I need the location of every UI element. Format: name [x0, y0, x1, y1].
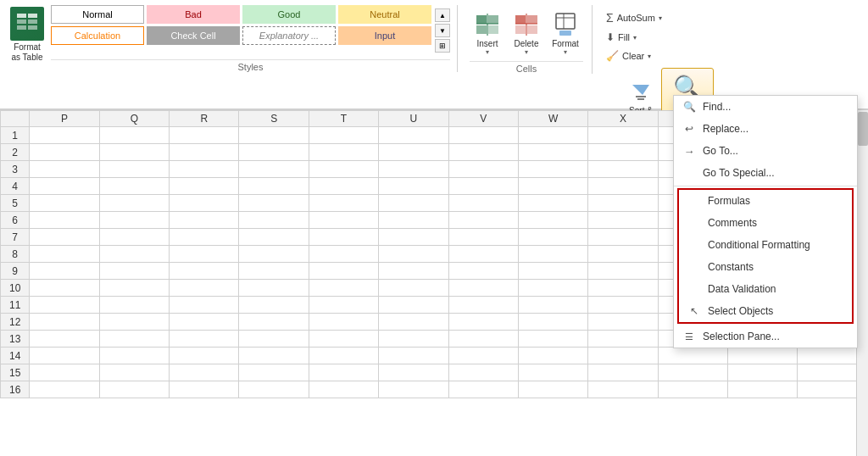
- delete-button[interactable]: Delete ▾: [509, 8, 544, 58]
- table-row[interactable]: [518, 212, 587, 229]
- table-row[interactable]: [448, 314, 518, 331]
- table-row[interactable]: [448, 381, 518, 398]
- table-row[interactable]: [239, 195, 309, 212]
- table-row[interactable]: [99, 314, 169, 331]
- table-row[interactable]: [658, 348, 727, 364]
- style-good[interactable]: Good: [242, 5, 336, 24]
- table-row[interactable]: [379, 212, 448, 229]
- table-row[interactable]: [239, 178, 309, 195]
- style-check-cell[interactable]: Check Cell: [147, 26, 240, 45]
- row-header-12[interactable]: 12: [1, 314, 30, 331]
- row-header-1[interactable]: 1: [1, 127, 30, 144]
- table-row[interactable]: [30, 331, 99, 348]
- table-row[interactable]: [518, 263, 587, 280]
- table-row[interactable]: [30, 144, 99, 161]
- table-row[interactable]: [30, 348, 99, 364]
- format-button[interactable]: Format ▾: [548, 8, 583, 58]
- table-row[interactable]: [379, 161, 448, 178]
- table-row[interactable]: [518, 178, 587, 195]
- table-row[interactable]: [99, 195, 169, 212]
- table-row[interactable]: [379, 364, 448, 381]
- table-row[interactable]: [239, 280, 309, 297]
- table-row[interactable]: [239, 212, 309, 229]
- table-row[interactable]: [518, 364, 587, 381]
- table-row[interactable]: [99, 364, 169, 381]
- table-row[interactable]: [658, 364, 727, 381]
- scroll-thumb[interactable]: [858, 112, 868, 146]
- table-row[interactable]: [30, 178, 99, 195]
- menu-item-select-objects[interactable]: ↖ Select Objects: [679, 300, 852, 322]
- table-row[interactable]: [379, 331, 448, 348]
- row-header-7[interactable]: 7: [1, 229, 30, 246]
- menu-item-replace[interactable]: ↩ Replace...: [674, 118, 857, 140]
- table-row[interactable]: [588, 381, 658, 398]
- table-row[interactable]: [448, 246, 518, 263]
- scroll-down-button[interactable]: ▼: [435, 24, 450, 37]
- table-row[interactable]: [170, 331, 239, 348]
- table-row[interactable]: [99, 144, 169, 161]
- table-row[interactable]: [239, 364, 309, 381]
- row-header-9[interactable]: 9: [1, 263, 30, 280]
- row-header-15[interactable]: 15: [1, 364, 30, 381]
- table-row[interactable]: [309, 297, 378, 314]
- style-input[interactable]: Input: [338, 26, 431, 45]
- autosum-button[interactable]: Σ AutoSum ▾: [601, 8, 694, 27]
- row-header-8[interactable]: 8: [1, 246, 30, 263]
- table-row[interactable]: [379, 229, 448, 246]
- row-header-11[interactable]: 11: [1, 297, 30, 314]
- table-row[interactable]: [658, 381, 727, 398]
- row-header-14[interactable]: 14: [1, 348, 30, 364]
- table-row[interactable]: [30, 212, 99, 229]
- table-row[interactable]: [30, 314, 99, 331]
- table-row[interactable]: [728, 381, 798, 398]
- table-row[interactable]: [239, 144, 309, 161]
- table-row[interactable]: [309, 331, 378, 348]
- table-row[interactable]: [309, 314, 378, 331]
- table-row[interactable]: [170, 212, 239, 229]
- table-row[interactable]: [30, 195, 99, 212]
- style-neutral[interactable]: Neutral: [338, 5, 431, 24]
- table-row[interactable]: [170, 195, 239, 212]
- table-row[interactable]: [99, 161, 169, 178]
- table-row[interactable]: [170, 280, 239, 297]
- table-row[interactable]: [518, 195, 587, 212]
- table-row[interactable]: [588, 297, 658, 314]
- menu-item-goto[interactable]: → Go To...: [674, 140, 857, 162]
- col-header-t[interactable]: T: [309, 111, 378, 127]
- table-row[interactable]: [518, 314, 587, 331]
- table-row[interactable]: [309, 246, 378, 263]
- table-row[interactable]: [448, 212, 518, 229]
- format-as-table-button[interactable]: Format as Table: [7, 5, 47, 64]
- col-header-u[interactable]: U: [379, 111, 448, 127]
- row-header-10[interactable]: 10: [1, 280, 30, 297]
- col-header-v[interactable]: V: [448, 111, 518, 127]
- table-row[interactable]: [309, 348, 378, 364]
- row-header-2[interactable]: 2: [1, 144, 30, 161]
- table-row[interactable]: [518, 381, 587, 398]
- col-header-p[interactable]: P: [30, 111, 99, 127]
- scroll-up-button[interactable]: ▲: [435, 8, 450, 22]
- table-row[interactable]: [448, 178, 518, 195]
- menu-item-formulas[interactable]: Formulas: [679, 190, 852, 212]
- table-row[interactable]: [588, 144, 658, 161]
- table-row[interactable]: [309, 364, 378, 381]
- table-row[interactable]: [239, 297, 309, 314]
- table-row[interactable]: [170, 314, 239, 331]
- col-header-q[interactable]: Q: [99, 111, 169, 127]
- table-row[interactable]: [309, 263, 378, 280]
- table-row[interactable]: [239, 381, 309, 398]
- col-header-s[interactable]: S: [239, 111, 309, 127]
- table-row[interactable]: [588, 161, 658, 178]
- col-header-r[interactable]: R: [170, 111, 239, 127]
- table-row[interactable]: [379, 280, 448, 297]
- table-row[interactable]: [239, 314, 309, 331]
- table-row[interactable]: [239, 348, 309, 364]
- table-row[interactable]: [170, 246, 239, 263]
- table-row[interactable]: [379, 297, 448, 314]
- table-row[interactable]: [99, 297, 169, 314]
- table-row[interactable]: [170, 263, 239, 280]
- row-header-5[interactable]: 5: [1, 195, 30, 212]
- table-row[interactable]: [99, 381, 169, 398]
- table-row[interactable]: [588, 212, 658, 229]
- table-row[interactable]: [588, 280, 658, 297]
